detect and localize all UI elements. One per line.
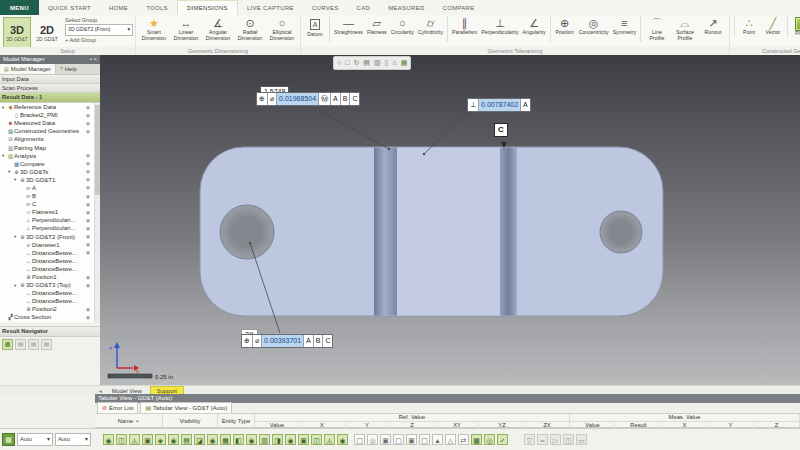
toolbar-overflow-icon[interactable]: · xyxy=(350,437,352,443)
ribbon-button[interactable]: ◎ Concentricity xyxy=(577,16,611,42)
column-header-name[interactable]: Name▲ xyxy=(95,414,163,427)
ribbon-button[interactable]: Plane xyxy=(787,16,800,37)
groove-right[interactable] xyxy=(500,148,517,316)
close-icon[interactable]: × xyxy=(93,56,97,62)
tree-item[interactable]: ▱ Flatness1 ◉ △ xyxy=(0,208,100,216)
status-view-icon[interactable]: ▩ xyxy=(471,434,482,445)
status-tool-icon[interactable]: ◉ xyxy=(103,434,114,445)
gdt-mode-button[interactable]: 3D 3D GD&T xyxy=(3,17,31,49)
panel-tab[interactable]: ▤ Model Manager xyxy=(0,64,56,74)
tree-item[interactable]: ⊥ Perpendiculari... ◉ △ xyxy=(0,224,100,232)
visibility-eye-icon[interactable]: ◉ xyxy=(84,307,92,312)
toolbar-overflow-icon[interactable]: · xyxy=(510,437,512,443)
status-view-icon[interactable]: ▣ xyxy=(380,434,391,445)
view-tool-icon[interactable]: ▦ xyxy=(401,58,408,68)
tabular-tab[interactable]: ▤ Tabular View - GD&T (Auto) xyxy=(140,402,232,413)
tree-item[interactable]: ↔ DistanceBetwe... ◉ △ xyxy=(0,289,100,297)
status-view-icon[interactable]: △ xyxy=(445,434,456,445)
visibility-eye-icon[interactable]: ◉ xyxy=(84,185,92,190)
part-model[interactable]: z x 0.25 in xyxy=(100,55,800,385)
status-tool-icon[interactable]: ◨ xyxy=(272,434,283,445)
right-hole[interactable] xyxy=(600,211,642,253)
visibility-eye-icon[interactable]: ◉ xyxy=(84,194,92,199)
menu-tab[interactable]: CAD xyxy=(348,0,380,15)
navigator-icon[interactable]: ▤ xyxy=(15,339,26,350)
fcf-position-bottom[interactable]: ⊕ ⌀ 0.00393701 ABC xyxy=(241,334,333,348)
tree-item[interactable]: ▾ ⊕ 3D GD&T3 (Top) ◉ △ xyxy=(0,281,100,289)
menu-tab[interactable]: MEASURED xyxy=(379,0,433,15)
fcf-perpendicularity[interactable]: ⊥ 0.00787402 A xyxy=(467,98,531,112)
tree-item[interactable]: ▾ ▨ Analysis ◉ △ xyxy=(0,152,100,160)
status-tool-icon[interactable]: ◫ xyxy=(116,434,127,445)
tree-item[interactable]: ↔ DistanceBetwe... ◉ △ xyxy=(0,257,100,265)
status-view-icon[interactable]: ▣ xyxy=(406,434,417,445)
visibility-eye-icon[interactable]: ◉ xyxy=(84,105,92,110)
status-view-icon[interactable]: ⇄ xyxy=(458,434,469,445)
column-header-visibility[interactable]: Visibility xyxy=(163,414,218,427)
status-tool-icon[interactable]: ◉ xyxy=(168,434,179,445)
navigator-icon[interactable]: ▤ xyxy=(41,339,52,350)
view-tool-icon[interactable]: ▥ xyxy=(374,58,381,68)
panel-tab[interactable]: ? Help xyxy=(56,64,81,74)
ribbon-button[interactable]: ⌒ Line Profile xyxy=(640,16,671,42)
left-hole[interactable] xyxy=(220,205,274,259)
tab-scroll-left-icon[interactable]: ◂ xyxy=(99,388,102,394)
ribbon-button[interactable]: ▱ Flatness xyxy=(365,16,389,42)
tree-item[interactable]: ⊕ Position1 ◉ △ xyxy=(0,273,100,281)
status-tool-icon[interactable]: ◉ xyxy=(285,434,296,445)
status-tool-icon[interactable]: ◈ xyxy=(155,434,166,445)
datum-flag-c[interactable]: C xyxy=(494,123,508,137)
view-tool-icon[interactable]: ▤ xyxy=(363,58,370,68)
tree-item[interactable]: ⊥ Perpendiculari... ◉ △ xyxy=(0,216,100,224)
groove-left[interactable] xyxy=(374,148,397,316)
view-tool-icon[interactable]: ↻ xyxy=(353,58,359,68)
ribbon-button[interactable]: ∴ Point xyxy=(734,16,761,37)
status-tool-icon[interactable]: ▤ xyxy=(181,434,192,445)
status-tool-icon[interactable]: ◬ xyxy=(129,434,140,445)
section-result-data[interactable]: Result Data - 1 xyxy=(0,93,100,103)
visibility-eye-icon[interactable]: ◉ xyxy=(84,121,92,126)
tree-item[interactable]: ↔ DistanceBetwe... ◉ △ xyxy=(0,265,100,273)
view-tool-icon[interactable]: □ xyxy=(345,58,349,68)
visibility-eye-icon[interactable]: ◉ xyxy=(84,218,92,223)
ribbon-button[interactable]: ★ Smart Dimension xyxy=(138,16,170,42)
status-view-icon[interactable]: ▢ xyxy=(419,434,430,445)
navigator-icon[interactable]: ▤ xyxy=(28,339,39,350)
tree-item[interactable]: ↔ DistanceBetwe... ◉ △ xyxy=(0,297,100,305)
status-tool-icon[interactable]: ◉ xyxy=(207,434,218,445)
column-header-entity-type[interactable]: Entity Type xyxy=(218,414,255,427)
status-tool-icon[interactable]: ◧ xyxy=(233,434,244,445)
ribbon-button[interactable]: ⌭ Cylindricity xyxy=(416,16,445,42)
ribbon-button[interactable]: ≡ Symmetry xyxy=(611,16,638,42)
tree-item[interactable]: ⧉ Alignments ◉ △ xyxy=(0,135,100,143)
3d-viewport[interactable]: z x 0.25 in ○□↻▤▥▯⌂▦ 1.5748 ⊕ ⌀ 0.019685… xyxy=(100,55,800,385)
middle-face[interactable] xyxy=(397,148,500,316)
ribbon-button[interactable]: A Datum xyxy=(303,16,327,42)
visibility-eye-icon[interactable]: ◉ xyxy=(84,226,92,231)
section-scan-process[interactable]: Scan Process xyxy=(0,84,100,93)
tree-item[interactable]: ■ Measured Data ◉ △ xyxy=(0,119,100,127)
tree-item[interactable]: ▥ Pairing Map ◉ △ xyxy=(0,143,100,151)
ribbon-button[interactable]: ╱ Vector xyxy=(761,16,785,37)
tree-item[interactable]: ▯ Bracket2_PMI ◉ △ xyxy=(0,111,100,119)
visibility-eye-icon[interactable]: ◉ xyxy=(84,161,92,166)
status-view-icon[interactable]: ◎ xyxy=(367,434,378,445)
ribbon-button[interactable]: ↗ Runout xyxy=(699,16,727,42)
visibility-eye-icon[interactable]: ◉ xyxy=(84,113,92,118)
view-tool-icon[interactable]: ▯ xyxy=(385,58,389,68)
tree-item[interactable]: ▦ Compare ◉ △ xyxy=(0,160,100,168)
ribbon-button[interactable]: ⊙ Radial Dimension xyxy=(234,16,266,42)
status-tool-icon[interactable]: ◉ xyxy=(246,434,257,445)
menu-tab[interactable]: LIVE CAPTURE xyxy=(238,0,303,15)
menu-tab[interactable]: HOME xyxy=(100,0,137,15)
visibility-eye-icon[interactable]: ◉ xyxy=(84,177,92,182)
menu-tab[interactable]: CURVES xyxy=(303,0,348,15)
ribbon-button[interactable]: ∠ Angularity xyxy=(521,16,548,42)
tree-item[interactable]: ▾ ⊕ 3D GD&Ts ◉ △ xyxy=(0,168,100,176)
visibility-eye-icon[interactable]: ◉ xyxy=(84,129,92,134)
ribbon-button[interactable]: — Straightness xyxy=(329,16,365,42)
status-view-icon[interactable]: ▲ xyxy=(432,434,443,445)
tree-item[interactable]: ↔ DistanceBetwe... ◉ △ xyxy=(0,249,100,257)
tree-item[interactable]: ▧ Constructed Geometries ◉ △ xyxy=(0,127,100,135)
status-tool-icon[interactable]: ▦ xyxy=(220,434,231,445)
